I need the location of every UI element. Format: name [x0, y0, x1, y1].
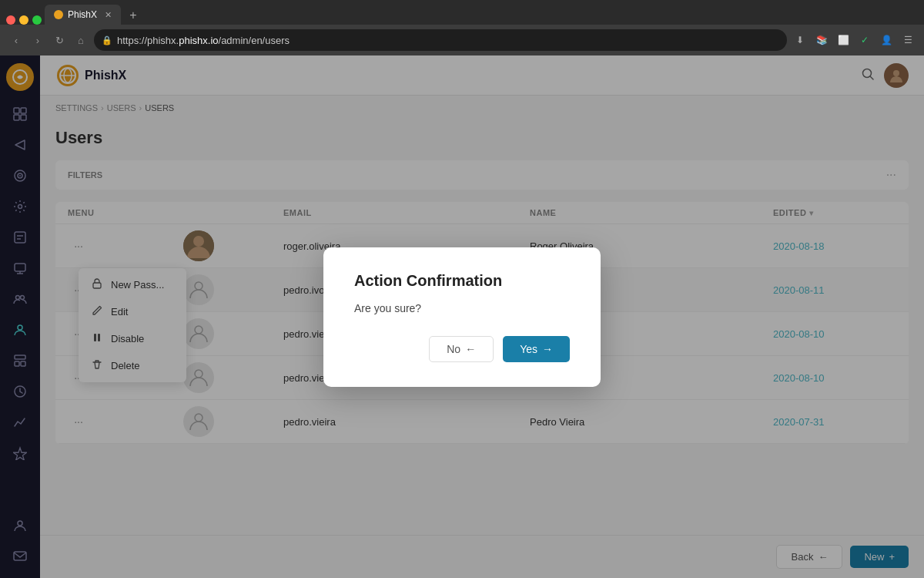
forward-nav-button[interactable]: › — [29, 32, 46, 49]
back-nav-button[interactable]: ‹ — [8, 32, 25, 49]
modal-no-button[interactable]: No ← — [429, 336, 494, 362]
download-nav-icon[interactable]: ⬇ — [792, 32, 808, 49]
address-bar[interactable]: 🔒 https://phishx.phishx.io/admin/en/user… — [94, 29, 787, 51]
tab-favicon — [54, 10, 63, 19]
modal-yes-label: Yes — [520, 343, 537, 355]
new-tab-button[interactable]: + — [124, 6, 142, 25]
modal-overlay: Action Confirmation Are you sure? No ← Y… — [0, 55, 924, 578]
browser-nav-bar: ‹ › ↻ ⌂ 🔒 https://phishx.phishx.io/admin… — [0, 25, 924, 55]
menu-nav-icon[interactable]: ☰ — [899, 32, 916, 49]
security-lock-icon: 🔒 — [102, 35, 112, 45]
modal-yes-button[interactable]: Yes → — [503, 336, 570, 362]
refresh-nav-button[interactable]: ↻ — [51, 32, 68, 49]
bookmarks-nav-icon[interactable]: 📚 — [813, 32, 830, 49]
action-confirmation-modal: Action Confirmation Are you sure? No ← Y… — [323, 247, 601, 387]
browser-tab[interactable]: PhishX ✕ — [45, 5, 121, 25]
address-text: https://phishx.phishx.io/admin/en/users — [117, 35, 290, 46]
yes-arrow-icon: → — [542, 343, 553, 355]
home-nav-button[interactable]: ⌂ — [72, 32, 89, 49]
no-arrow-icon: ← — [465, 343, 476, 355]
modal-actions: No ← Yes → — [354, 336, 570, 362]
modal-no-label: No — [447, 343, 460, 355]
modal-title: Action Confirmation — [354, 272, 570, 290]
tablet-nav-icon[interactable]: ⬜ — [835, 32, 852, 49]
tab-close-button[interactable]: ✕ — [105, 10, 112, 20]
modal-body-text: Are you sure? — [354, 302, 570, 314]
tab-title: PhishX — [68, 9, 97, 20]
verified-nav-icon[interactable]: ✓ — [856, 32, 873, 49]
profile-nav-icon[interactable]: 👤 — [878, 32, 895, 49]
